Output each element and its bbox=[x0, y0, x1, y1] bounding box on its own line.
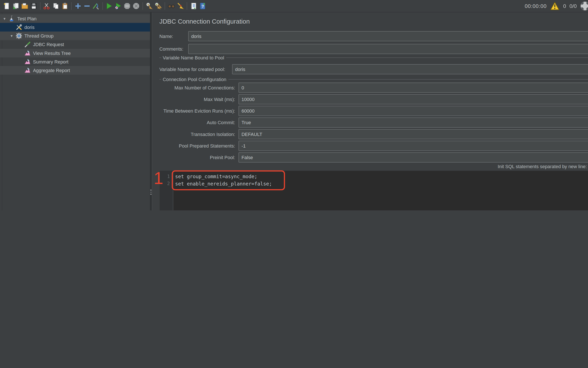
log-warning-icon[interactable] bbox=[550, 1, 560, 11]
cut-icon[interactable] bbox=[42, 1, 51, 10]
tree-item-label: Thread Group bbox=[24, 33, 53, 39]
listener-chart-icon bbox=[24, 67, 31, 74]
search-reset-icon[interactable] bbox=[176, 1, 185, 10]
open-file-icon[interactable] bbox=[20, 1, 29, 10]
sql-line: set group_commit=async_mode; bbox=[175, 173, 588, 180]
test-running-indicator-icon bbox=[580, 1, 588, 11]
toggle-icon[interactable] bbox=[91, 1, 100, 10]
shutdown-icon[interactable] bbox=[132, 1, 141, 10]
pool-variable-label: Variable Name for created pool: bbox=[160, 67, 232, 72]
pool-prepared-statements-label: Pool Prepared Statements: bbox=[160, 143, 239, 149]
thread-group-gear-icon bbox=[15, 32, 22, 39]
page-title: JDBC Connection Configuration bbox=[160, 18, 250, 26]
tree-item-test-plan[interactable]: ▼ Test Plan bbox=[0, 14, 150, 23]
new-from-template-icon[interactable] bbox=[11, 1, 20, 10]
toolbar: ? 00:00:00 0 0/0 bbox=[0, 0, 588, 12]
sql-line: set enable_nereids_planner=false; bbox=[175, 180, 588, 187]
eviction-runs-input[interactable] bbox=[239, 106, 588, 116]
eviction-runs-label: Time Between Eviction Runs (ms): bbox=[160, 108, 239, 114]
max-connections-label: Max Number of Connections: bbox=[160, 85, 239, 90]
pool-prepared-statements-row: Pool Prepared Statements: bbox=[160, 141, 588, 151]
editor-code[interactable]: set group_commit=async_mode; set enable_… bbox=[175, 173, 588, 187]
paste-icon[interactable] bbox=[60, 1, 70, 10]
transaction-isolation-row: Transaction Isolation: bbox=[160, 129, 588, 139]
active-thread-count: 0/0 bbox=[569, 3, 577, 9]
line-number: 1 bbox=[160, 173, 173, 180]
elapsed-timer: 00:00:00 bbox=[525, 3, 547, 9]
toolbar-separator bbox=[40, 2, 41, 10]
toolbar-separator bbox=[143, 2, 143, 10]
svg-text:?: ? bbox=[201, 4, 204, 9]
chevron-down-icon[interactable]: ▼ bbox=[8, 34, 15, 38]
tree-item-summary-report[interactable]: Summary Report bbox=[0, 57, 150, 66]
tree-item-thread-group[interactable]: ▼ Thread Group bbox=[0, 32, 150, 40]
init-sql-label: Init SQL statements separated by new lin… bbox=[498, 164, 587, 169]
section-variable-name: Variable Name Bound to Pool bbox=[160, 55, 588, 61]
toolbar-separator bbox=[71, 2, 72, 10]
listener-chart-icon bbox=[24, 50, 31, 57]
clear-icon[interactable] bbox=[145, 1, 154, 10]
stop-icon[interactable] bbox=[123, 1, 132, 10]
tree-item-label: JDBC Request bbox=[33, 42, 64, 47]
max-wait-label: Max Wait (ms): bbox=[160, 97, 239, 102]
tree-item-label: Summary Report bbox=[33, 59, 68, 64]
comments-row: Comments: bbox=[160, 44, 588, 54]
tree-item-label: Test Plan bbox=[17, 16, 37, 21]
section-title: Connection Pool Configuration bbox=[163, 77, 228, 82]
tree-item-label: View Results Tree bbox=[33, 50, 71, 56]
max-connections-row: Max Number of Connections: bbox=[160, 83, 588, 93]
panel-splitter[interactable] bbox=[150, 12, 152, 210]
tree-item-aggregate-report[interactable]: Aggregate Report bbox=[0, 66, 150, 75]
function-helper-icon[interactable] bbox=[189, 1, 198, 10]
line-number: 2 bbox=[160, 180, 173, 187]
help-icon[interactable]: ? bbox=[198, 1, 207, 10]
chevron-down-icon[interactable]: ▼ bbox=[1, 17, 8, 21]
max-connections-input[interactable] bbox=[239, 83, 588, 93]
section-connection-pool: Connection Pool Configuration bbox=[160, 76, 588, 83]
transaction-isolation-label: Transaction Isolation: bbox=[160, 131, 239, 137]
config-tools-icon bbox=[15, 24, 22, 31]
copy-icon[interactable] bbox=[51, 1, 60, 10]
log-error-count: 0 bbox=[563, 3, 566, 9]
name-row: Name: bbox=[160, 31, 588, 41]
start-icon[interactable] bbox=[105, 1, 114, 10]
expand-all-icon[interactable] bbox=[73, 1, 82, 10]
toolbar-separator bbox=[102, 2, 103, 10]
splitter-grip-icon[interactable] bbox=[151, 190, 151, 195]
init-sql-editor[interactable]: 1 2 set group_commit=async_mode; set ena… bbox=[160, 171, 588, 210]
eviction-runs-row: Time Between Eviction Runs (ms): bbox=[160, 106, 588, 116]
preinit-pool-row: Preinit Pool: bbox=[160, 152, 588, 163]
new-file-icon[interactable] bbox=[2, 1, 11, 10]
pool-prepared-statements-input[interactable] bbox=[239, 141, 588, 151]
preinit-pool-label: Preinit Pool: bbox=[160, 155, 239, 160]
status-area: 00:00:00 0 0/0 bbox=[525, 1, 588, 11]
tree-item-jdbc-request[interactable]: JDBC Request bbox=[0, 40, 150, 49]
tree-item-label: doris bbox=[24, 25, 35, 30]
save-icon[interactable] bbox=[29, 1, 38, 10]
search-icon[interactable] bbox=[167, 1, 176, 10]
collapse-all-icon[interactable] bbox=[82, 1, 91, 10]
comments-label: Comments: bbox=[160, 46, 188, 52]
pool-variable-row: Variable Name for created pool: bbox=[160, 64, 588, 74]
max-wait-input[interactable] bbox=[239, 94, 588, 104]
auto-commit-label: Auto Commit: bbox=[160, 120, 239, 125]
toolbar-separator bbox=[165, 2, 165, 10]
start-no-timers-icon[interactable] bbox=[114, 1, 123, 10]
auto-commit-input[interactable] bbox=[239, 118, 588, 128]
test-plan-flask-icon bbox=[8, 15, 15, 22]
preinit-pool-input[interactable] bbox=[239, 152, 588, 163]
tree-item-label: Aggregate Report bbox=[33, 68, 70, 73]
tree-item-view-results-tree[interactable]: View Results Tree bbox=[0, 49, 150, 57]
toolbar-separator bbox=[187, 2, 187, 10]
jmeter-window: ? 00:00:00 0 0/0 ▼ Test Plan doris ▼ bbox=[0, 0, 588, 210]
section-title: Variable Name Bound to Pool bbox=[163, 55, 226, 60]
name-label: Name: bbox=[160, 34, 188, 39]
transaction-isolation-input[interactable] bbox=[239, 129, 588, 139]
tree-item-doris[interactable]: doris bbox=[0, 23, 150, 32]
editor-gutter: 1 2 bbox=[160, 171, 173, 210]
clear-all-icon[interactable] bbox=[154, 1, 163, 10]
name-input[interactable] bbox=[188, 31, 588, 41]
jdbc-connection-config-panel: JDBC Connection Configuration Name: Comm… bbox=[152, 12, 588, 210]
pool-variable-input[interactable] bbox=[232, 64, 588, 74]
comments-input[interactable] bbox=[188, 44, 588, 54]
